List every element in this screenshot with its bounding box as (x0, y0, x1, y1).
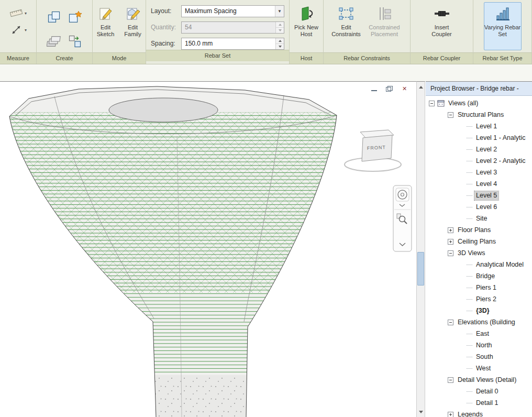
tree-item-label[interactable]: Detail 1 (474, 399, 500, 408)
tree-item[interactable]: Level 6 (426, 201, 532, 213)
tree-item[interactable]: Detail Views (Detail) (426, 374, 532, 386)
tree-expand-icon[interactable] (448, 239, 453, 245)
tree-item-label[interactable]: South (474, 353, 495, 361)
tree-item[interactable]: Detail 0 (426, 386, 532, 397)
tree-item[interactable]: {3D} (426, 305, 532, 316)
tree-item-label[interactable]: Views (all) (447, 99, 480, 108)
tree-item-label[interactable]: Piers 2 (474, 295, 498, 304)
tree-item-label[interactable]: Level 2 - Analytic (474, 157, 527, 166)
tree-item[interactable]: Legends (426, 409, 532, 417)
pick-new-host-button[interactable]: Pick New Host (291, 2, 322, 50)
insert-coupler-button[interactable]: Insert Coupler (426, 2, 458, 50)
viewport-scrollbar[interactable] (416, 81, 425, 417)
tree-item-label[interactable]: Elevations (Building (456, 318, 517, 327)
tree-item[interactable]: Site (426, 213, 532, 224)
edit-family-button[interactable]: Edit Family (120, 2, 146, 50)
tree-item-label[interactable]: Site (474, 214, 489, 223)
tree-collapse-icon[interactable] (448, 112, 453, 118)
panel-label-measure[interactable]: Measure (0, 52, 36, 64)
tree-item[interactable]: Level 5 (426, 190, 532, 201)
varying-rebar-set-button[interactable]: Varying Rebar Set (484, 2, 522, 50)
tree-item[interactable]: Piers 1 (426, 282, 532, 293)
tree-item-label[interactable]: Legends (456, 410, 484, 417)
tree-item[interactable]: East (426, 328, 532, 339)
tree-item-label[interactable]: Analytical Model (474, 260, 525, 269)
tree-item[interactable]: Analytical Model (426, 259, 532, 270)
measure-button[interactable]: ▾ (9, 7, 27, 19)
tree-item[interactable]: Level 3 (426, 167, 532, 178)
tree-expand-icon[interactable] (448, 412, 453, 417)
tree-collapse-icon[interactable] (448, 320, 453, 325)
spin-down-icon[interactable] (276, 44, 284, 49)
tree-item-label[interactable]: Ceiling Plans (456, 237, 497, 246)
tree-item-label[interactable]: Detail 0 (474, 387, 500, 396)
spacing-stepper[interactable]: 150.0 mm (181, 38, 284, 50)
tree-item[interactable]: South (426, 351, 532, 363)
match-properties-button[interactable] (45, 30, 63, 52)
panel-label-host[interactable]: Host (290, 52, 323, 64)
tree-item[interactable]: Level 1 - Analytic (426, 132, 532, 144)
copy-paste-button[interactable] (65, 30, 84, 52)
tree-item-label[interactable]: Level 4 (474, 180, 498, 189)
tree-item[interactable]: West (426, 363, 532, 374)
tree-item[interactable]: Level 4 (426, 178, 532, 190)
measure-between-button[interactable]: ▾ (9, 24, 27, 36)
tree-item-label[interactable]: Level 1 - Analytic (474, 134, 527, 142)
scroll-down-icon[interactable] (417, 408, 425, 416)
viewcube-front-label[interactable]: FRONT (367, 145, 386, 151)
tree-item[interactable]: Level 2 (426, 144, 532, 155)
tree-item[interactable]: Views (all) (426, 97, 532, 109)
tree-item-label[interactable]: Floor Plans (456, 226, 492, 235)
viewcube[interactable]: FRONT (345, 130, 401, 171)
restore-icon[interactable] (386, 86, 393, 92)
tree-item[interactable]: North (426, 339, 532, 351)
panel-label-rebar-set-type[interactable]: Rebar Set Type (473, 52, 531, 64)
tree-item[interactable]: Floor Plans (426, 224, 532, 236)
tree-item-label[interactable]: 3D Views (456, 249, 487, 258)
panel-label-mode[interactable]: Mode (93, 52, 146, 64)
tree-collapse-icon[interactable] (448, 250, 453, 256)
scroll-up-icon[interactable] (417, 83, 425, 91)
tree-item-label[interactable]: Level 3 (474, 168, 498, 177)
tree-item-label[interactable]: {3D} (474, 306, 491, 315)
panel-label-create[interactable]: Create (37, 52, 92, 64)
tree-item-label[interactable]: Level 5 (474, 191, 498, 200)
tree-item[interactable]: Structural Plans (426, 109, 532, 120)
tree-item-label[interactable]: North (474, 341, 494, 350)
chevron-down-icon[interactable]: ▼ (275, 6, 284, 17)
tree-expand-icon[interactable] (448, 227, 453, 233)
tree-item-label[interactable]: East (474, 330, 491, 338)
minimize-icon[interactable] (371, 86, 378, 92)
tree-collapse-icon[interactable] (448, 377, 453, 383)
bridge-pier-model[interactable] (0, 86, 416, 417)
edit-sketch-button[interactable]: Edit Sketch (93, 2, 118, 50)
scrollbar-thumb[interactable] (417, 252, 424, 286)
zoom-icon[interactable] (400, 216, 405, 222)
panel-label-rebar-coupler[interactable]: Rebar Coupler (411, 52, 473, 64)
create-similar-button[interactable] (65, 6, 84, 28)
tree-item-label[interactable]: Piers 1 (474, 283, 498, 292)
navigation-bar[interactable] (393, 185, 412, 251)
tree-collapse-icon[interactable] (429, 101, 435, 106)
project-browser-title[interactable]: Project Browser - Bridge rebar - (426, 82, 532, 96)
tree-item[interactable]: Piers 2 (426, 293, 532, 305)
3d-viewport[interactable]: ✕ (0, 81, 416, 417)
tree-item[interactable]: Bridge (426, 270, 532, 282)
tree-item[interactable]: Elevations (Building (426, 316, 532, 328)
tree-item-label[interactable]: Bridge (474, 272, 496, 281)
spin-up-icon[interactable] (276, 38, 284, 44)
panel-label-rebar-constraints[interactable]: Rebar Constraints (324, 52, 410, 64)
edit-constraints-button[interactable]: Edit Constraints (329, 2, 363, 50)
tree-item-label[interactable]: Structural Plans (456, 111, 505, 119)
tree-item-label[interactable]: Level 1 (474, 122, 498, 131)
panel-label-rebar-set[interactable]: Rebar Set (146, 50, 289, 61)
3d-view-canvas[interactable]: FRONT (0, 82, 416, 417)
tree-item-label[interactable]: Detail Views (Detail) (456, 376, 518, 385)
tree-item-label[interactable]: Level 2 (474, 145, 498, 154)
tree-item[interactable]: Detail 1 (426, 397, 532, 409)
tree-item-label[interactable]: Level 6 (474, 203, 498, 212)
layout-dropdown[interactable]: Maximum Spacing ▼ (181, 5, 284, 17)
tree-item[interactable]: Ceiling Plans (426, 236, 532, 247)
tree-item[interactable]: 3D Views (426, 247, 532, 259)
tree-item-label[interactable]: West (474, 364, 492, 373)
